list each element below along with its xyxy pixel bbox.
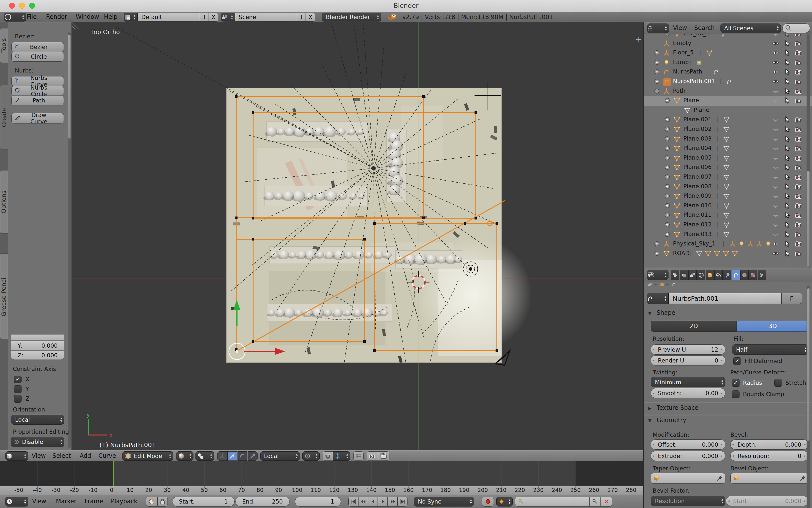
renderability-icon[interactable] — [795, 241, 802, 248]
datablock-type-dropdown[interactable]: ▴▾ — [647, 293, 669, 304]
preview-u-field[interactable]: Preview U:12 — [651, 344, 725, 354]
outliner-row-path[interactable]: Path — [644, 87, 812, 96]
outliner-row-plane-005[interactable]: Plane.005| — [644, 154, 812, 163]
selectability-icon[interactable] — [784, 97, 790, 105]
timeline-canvas[interactable]: -50-40-30-20-100102030405060708090100110… — [0, 461, 643, 495]
selectability-icon[interactable] — [784, 49, 790, 57]
draw-curve-button[interactable]: Draw Curve — [11, 113, 64, 124]
renderability-icon[interactable] — [795, 34, 802, 38]
rotate-manipulator-button[interactable] — [238, 451, 247, 461]
renderability-icon[interactable] — [795, 126, 802, 134]
path-button[interactable]: Path — [11, 95, 64, 105]
bounds-clamp-checkbox[interactable]: Bounds Clamp — [732, 390, 806, 398]
expand-region-button[interactable]: + — [634, 34, 644, 44]
visibility-off-icon[interactable] — [772, 117, 779, 124]
jump-to-start-button[interactable] — [348, 497, 358, 507]
scene-add-button[interactable]: + — [297, 13, 306, 22]
outliner-row-lamp[interactable]: Lamp| — [644, 58, 812, 68]
selectability-icon[interactable] — [784, 221, 790, 229]
insert-keyframe-button[interactable] — [589, 497, 601, 507]
viewport-menu-select[interactable]: Select — [52, 451, 76, 461]
operator-z-field[interactable]: Z:0.000 — [11, 351, 64, 360]
pivot-point-dropdown[interactable]: ▴▾ — [196, 451, 214, 461]
stepper-left-icon[interactable]: ◂ — [732, 454, 734, 458]
renderability-icon[interactable] — [795, 97, 802, 105]
expand-toggle[interactable] — [664, 221, 671, 229]
renderability-icon[interactable] — [795, 78, 802, 86]
renderability-icon[interactable] — [795, 221, 802, 229]
outliner-row-plane-008[interactable]: Plane.008| — [644, 182, 812, 192]
selectability-icon[interactable] — [784, 69, 790, 77]
nurbs-circle-button[interactable]: Nurbs Circle — [11, 86, 64, 96]
expand-toggle[interactable] — [664, 126, 671, 133]
constraint-axis-z[interactable]: Z — [14, 394, 63, 403]
outliner-editor-selector[interactable]: ▴▾ — [647, 24, 669, 33]
expand-toggle[interactable] — [654, 49, 660, 57]
visibility-off-icon[interactable] — [772, 212, 779, 219]
proportional-edit-dropdown[interactable]: ▴▾ — [302, 451, 319, 461]
scene-close-button[interactable]: X — [306, 13, 315, 22]
screen-layout-selector-icon[interactable]: ▴▾ — [124, 13, 137, 22]
outliner-row-plane-003[interactable]: Plane.003| — [644, 134, 812, 144]
renderability-icon[interactable] — [795, 69, 802, 77]
screen-layout-field[interactable]: Default — [137, 13, 200, 22]
outliner-row-road[interactable]: ROAD| — [644, 249, 812, 259]
timeline-menu-view[interactable]: View — [32, 495, 49, 508]
outliner-row-plane-010[interactable]: Plane.010| — [644, 201, 812, 211]
visibility-off-icon[interactable] — [772, 203, 779, 210]
expand-toggle[interactable] — [664, 183, 671, 191]
constraint-axis-x[interactable]: ✓X — [14, 375, 63, 384]
current-frame-line[interactable] — [113, 461, 114, 486]
screen-layout-close-button[interactable]: X — [209, 13, 218, 22]
menu-window[interactable]: Window — [76, 12, 98, 22]
offset-field[interactable]: Offset:0.000 — [651, 439, 725, 450]
toolshelf-tab-tools[interactable]: Tools — [0, 28, 8, 63]
tab-constraints[interactable] — [714, 270, 723, 280]
expand-toggle[interactable] — [654, 241, 660, 248]
autokey-record-button[interactable] — [482, 497, 494, 507]
timeline-ruler[interactable]: -50-40-30-20-100102030405060708090100110… — [0, 486, 643, 495]
constraint-axis-y[interactable]: Y — [14, 385, 63, 393]
frame-end-field[interactable]: End:250 — [236, 497, 290, 507]
selectability-icon[interactable] — [784, 155, 790, 163]
outliner-menu-search[interactable]: Search — [694, 22, 719, 34]
menu-render[interactable]: Render — [46, 12, 68, 22]
outliner-row-plane-006[interactable]: Plane.006| — [644, 163, 812, 172]
selectability-icon[interactable] — [784, 164, 790, 172]
stepper-right-icon[interactable]: ▸ — [804, 454, 806, 458]
expand-toggle[interactable] — [654, 59, 660, 67]
visibility-on-icon[interactable] — [772, 50, 779, 57]
selectability-icon[interactable] — [784, 136, 790, 143]
renderability-icon[interactable] — [795, 145, 802, 153]
stepper-left-icon[interactable]: ◂ — [652, 391, 654, 395]
visibility-on-icon[interactable] — [772, 78, 779, 86]
expand-toggle[interactable] — [664, 155, 671, 162]
outliner-row-nurbspath[interactable]: NurbsPath| — [644, 67, 812, 77]
expand-toggle[interactable] — [664, 212, 671, 219]
circle-button[interactable]: Circle — [11, 52, 64, 61]
tab-material[interactable] — [740, 270, 749, 280]
scene-name-field[interactable]: Scene — [235, 13, 297, 22]
tab-object[interactable] — [706, 270, 714, 280]
expand-toggle[interactable] — [664, 202, 671, 210]
fill-dropdown[interactable]: Half▴▾ — [732, 344, 809, 354]
twist-method-dropdown[interactable]: Minimum▴▾ — [651, 377, 725, 387]
fake-user-button[interactable]: F — [781, 293, 802, 304]
visibility-on-icon[interactable] — [772, 59, 779, 67]
renderability-icon[interactable] — [795, 59, 802, 67]
visibility-off-icon[interactable] — [772, 145, 779, 153]
snap-element-dropdown[interactable]: ▴▾ — [333, 451, 350, 461]
viewport-editor-selector[interactable]: ▴▾ — [5, 451, 28, 461]
timeline-menu-playback[interactable]: Playback — [111, 495, 143, 508]
jump-to-end-button[interactable] — [398, 497, 408, 507]
render-u-field[interactable]: Render U:0 — [651, 355, 725, 366]
taper-object-field[interactable] — [651, 473, 725, 483]
snap-target-button[interactable] — [353, 451, 364, 461]
selectability-icon[interactable] — [784, 126, 790, 134]
expand-toggle[interactable] — [664, 193, 671, 200]
stepper-right-icon[interactable]: ▸ — [804, 499, 806, 503]
renderability-icon[interactable] — [795, 183, 802, 191]
selectability-icon[interactable] — [784, 231, 790, 239]
outliner-row-plane-011[interactable]: Plane.011| — [644, 211, 812, 220]
bevel-factor-mode-dropdown[interactable]: Resolution▴▾ — [651, 496, 725, 506]
